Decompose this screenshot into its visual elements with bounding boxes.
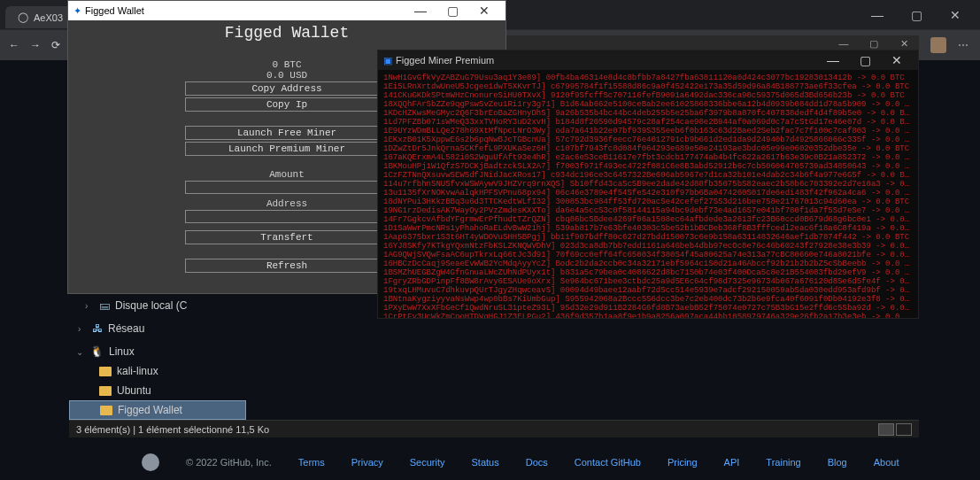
address-label: Address xyxy=(266,198,307,209)
disk-icon: 🖴 xyxy=(99,299,110,312)
folder-icon xyxy=(100,406,112,415)
explorer-status-bar: 3 élément(s) | 1 élément sélectionné 11,… xyxy=(69,420,919,437)
footer-copyright: © 2022 GitHub, Inc. xyxy=(186,457,272,468)
tree-kali[interactable]: kali-linux xyxy=(69,361,246,381)
miner-log-line: 18XQQhFArSbZZe9qgPswSvZeu1Ri1ry3g71] B1d… xyxy=(383,100,913,109)
launch-free-miner-button[interactable]: Launch Free Miner xyxy=(185,126,389,140)
nav-forward[interactable]: → xyxy=(30,39,41,51)
miner-log-line: 1PXyEwW7XxXFbGeCf1QwdNruSL31pteZ93L] 95d… xyxy=(383,304,913,313)
miner-log-line: 19txqLHMuvuC7dhkuvpQUrTJgyZHqwceavS] 000… xyxy=(383,286,913,295)
footer-link[interactable]: About xyxy=(874,457,899,468)
view-icons-button[interactable] xyxy=(896,423,912,436)
miner-log-line: 1CzFZTNnQXsuvwSEWSdfJNidJacXRos17] c934d… xyxy=(383,171,913,180)
tree-ubuntu[interactable]: Ubuntu xyxy=(69,381,246,400)
refresh-button[interactable]: Refresh xyxy=(185,259,389,273)
tree-label: Linux xyxy=(109,345,135,358)
bg-maximize[interactable]: ▢ xyxy=(859,36,889,50)
minimize-button[interactable]: — xyxy=(858,2,897,28)
miner-log-line: 1BSMZhUEGBZgW4GfnGnuaLWcZUhNdPUyx1t] b83… xyxy=(383,268,913,277)
github-icon: ◯ xyxy=(18,12,28,23)
view-details-button[interactable] xyxy=(878,423,894,436)
usd-balance: 0.0 USD xyxy=(266,70,307,81)
wallet-minimize[interactable]: — xyxy=(405,1,436,20)
wallet-app-icon: ✦ xyxy=(73,5,81,17)
wallet-close[interactable]: ✕ xyxy=(468,1,500,20)
miner-log-line: 13u1135fXrNOKvwAalqkHPFSVPnu68px94] 06c4… xyxy=(383,189,913,197)
miner-log-line: 1Ld7PFZBb071sWMeQ33xxTVHoRY3uD2xvH] b184… xyxy=(383,118,913,127)
miner-log-line: 1BKMouHPj1W1QfzS7DCKjBadtzckSLX2A7] f700… xyxy=(383,162,913,171)
copy-ip-button[interactable]: Copy Ip xyxy=(185,97,389,112)
bg-close[interactable]: ✕ xyxy=(889,36,919,50)
folder-icon xyxy=(99,367,112,376)
copy-address-button[interactable]: Copy Address xyxy=(185,81,389,96)
chevron-right-icon: › xyxy=(78,324,87,334)
browser-tab[interactable]: ◯ AeX03 xyxy=(5,6,75,28)
miner-log-line: 1FgryZRbGDPinpFf8BW8rAvy6ESAUe9oXrx] Se9… xyxy=(383,277,913,286)
btc-balance: 0 BTC xyxy=(272,59,301,70)
github-footer: © 2022 GitHub, Inc. TermsPrivacySecurity… xyxy=(0,453,980,471)
tree-network[interactable]: › 🖧 Réseau xyxy=(69,319,246,338)
linux-icon: 🐧 xyxy=(90,345,104,358)
more-icon[interactable]: ⋯ xyxy=(955,37,971,53)
nav-back[interactable]: ← xyxy=(9,39,19,51)
chevron-right-icon: › xyxy=(85,301,94,311)
address-input[interactable] xyxy=(185,210,389,223)
miner-log-line: 1Ei5LRnXrtdwUneU5Jcgee1dwT5XKvrTJ] c6799… xyxy=(383,82,913,91)
wallet-window-title: Figged Wallet xyxy=(85,5,144,16)
miner-log-line: 1DZwZtDr5JnkQrna5CKfefL9PXUKaSez6H] c107… xyxy=(383,144,913,153)
footer-link[interactable]: Pricing xyxy=(667,457,698,468)
miner-log-line: 1KDcHZKwsMeGMyc2Q6F3brEoBaZGHnyDhS] 9a26… xyxy=(383,109,913,118)
footer-link[interactable]: Security xyxy=(410,457,445,468)
transfert-button[interactable]: Transfert xyxy=(185,230,389,244)
explorer-tree: › 🖴 Disque local (C › 🖧 Réseau ⌄ 🐧 Linux… xyxy=(69,296,246,420)
footer-link[interactable]: Privacy xyxy=(351,457,383,468)
miner-maximize[interactable]: ▢ xyxy=(849,51,881,69)
footer-link[interactable]: Terms xyxy=(298,457,325,468)
miner-log-line: 16YJ8SKfy7KTkgYQxmNtzFbKSLZKNQWVDhV] 023… xyxy=(383,242,913,251)
miner-log-line: 1D1SaWwrPmcNRs1yPhahoRaELdvBwW21hj] 539a… xyxy=(383,224,913,233)
bg-minimize[interactable]: — xyxy=(829,36,859,50)
tree-label: kali-linux xyxy=(117,365,158,377)
miner-log-line: 1AG9QWjSVQwFsaAC6upTkrxLq66tJc3d91] 70f6… xyxy=(383,251,913,259)
wallet-maximize[interactable]: ▢ xyxy=(436,1,468,20)
miner-log-line: 16HBCzDcCaqj9SeaeEvWWB2YcMdqAyyYcZ] Bodc… xyxy=(383,259,913,268)
miner-minimize[interactable]: — xyxy=(817,51,849,69)
folder-icon xyxy=(99,386,112,396)
tree-linux[interactable]: ⌄ 🐧 Linux xyxy=(69,342,246,361)
chevron-down-icon: ⌄ xyxy=(76,347,85,357)
network-icon: 🖧 xyxy=(92,322,103,335)
miner-log-line: 114u7rfbhnSNUSfvxWSWAywV9JHZVrq9rnXQS] S… xyxy=(383,180,913,189)
tree-label: Réseau xyxy=(108,322,144,335)
figged-miner-window: ▣ Figged Miner Premium — ▢ ✕ 1NwH1GvGfkV… xyxy=(377,50,919,319)
miner-close[interactable]: ✕ xyxy=(881,51,913,69)
footer-link[interactable]: Training xyxy=(766,457,800,468)
miner-titlebar[interactable]: ▣ Figged Miner Premium — ▢ ✕ xyxy=(378,50,918,70)
amount-label: Amount xyxy=(269,169,305,180)
tab-title: AeX03 xyxy=(34,12,63,23)
footer-link[interactable]: Docs xyxy=(526,457,548,468)
launch-premium-miner-button[interactable]: Launch Premium Miner xyxy=(185,142,389,156)
footer-link[interactable]: Contact GitHub xyxy=(575,457,641,468)
miner-log-line: 14Fr7GgkcvAfbdYFgrmwErPfhudtTZrQZN] cbq8… xyxy=(383,215,913,224)
nav-reload[interactable]: ⟳ xyxy=(51,39,60,51)
footer-link[interactable]: API xyxy=(724,457,740,468)
maximize-button[interactable]: ▢ xyxy=(897,2,936,28)
tree-label: Ubuntu xyxy=(117,384,151,397)
miner-app-icon: ▣ xyxy=(383,55,392,66)
tree-figged-wallet[interactable]: Figged Wallet xyxy=(69,400,246,420)
avatar-icon[interactable] xyxy=(930,37,946,53)
wallet-titlebar[interactable]: ✦ Figged Wallet — ▢ ✕ xyxy=(68,1,505,20)
status-text: 3 élément(s) | 1 élément sélectionné 11,… xyxy=(76,424,269,435)
footer-link[interactable]: Status xyxy=(472,457,499,468)
miner-log-line: 1E9UYzWDmBLLQe278h69XtMfNpcLNrO3Wy] oda7… xyxy=(383,127,913,135)
amount-input[interactable] xyxy=(185,181,389,194)
miner-log-line: 1CrPtFy3UcWkZmCpoHTDVqHGJ1Z3ELPGu2] 436f… xyxy=(383,313,913,318)
miner-log-line: 1EKxzB01K5XppwE6s2b6pqNwBJcTGBcnUa] 57c7… xyxy=(383,135,913,144)
miner-log-line: 1BNtnaKygziyyvaNsWwp4wp0bBs7KiUmbGup] S9… xyxy=(383,295,913,304)
miner-log-line: 1Aap637Sbxr1S3t6HT4yWDOVuSHH5BPgj] bb11f… xyxy=(383,233,913,242)
miner-window-title: Figged Miner Premium xyxy=(396,55,494,66)
close-button[interactable]: ✕ xyxy=(936,2,975,28)
footer-link[interactable]: Blog xyxy=(828,457,847,468)
tree-disk[interactable]: › 🖴 Disque local (C xyxy=(69,296,246,315)
miner-log-line: 19NG1rzDedisAK7WayOy2PVzZmdesKXXTo] da6e… xyxy=(383,206,913,215)
